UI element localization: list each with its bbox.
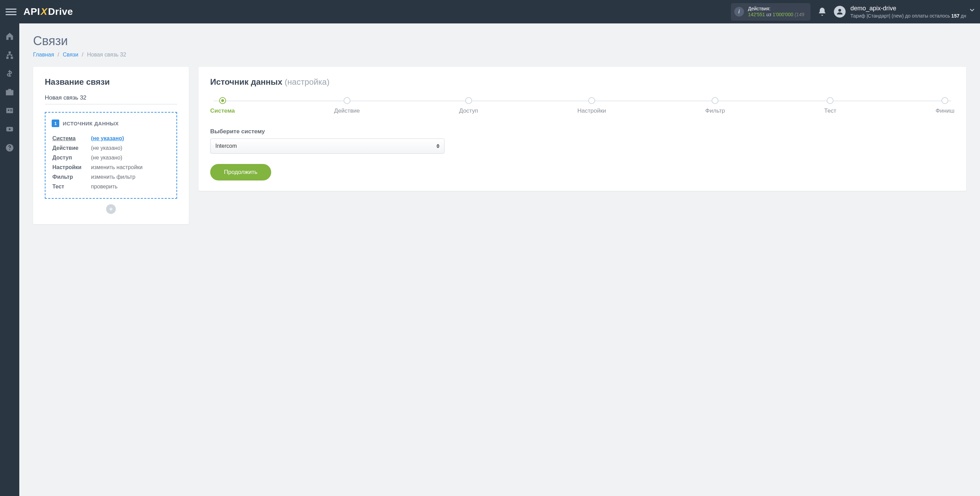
user-menu[interactable]: demo_apix-drive Тариф |Стандарт| (new) д… (834, 5, 966, 19)
source-row-value: изменить настройки (91, 163, 170, 172)
stepper: СистемаДействиеДоступНастройкиФильтрТест… (210, 97, 955, 114)
add-block-button[interactable]: + (106, 204, 116, 214)
crumb-current: Новая связь 32 (87, 52, 126, 57)
step-label: Тест (824, 108, 836, 114)
breadcrumb: Главная / Связи / Новая связь 32 (33, 52, 966, 58)
logo-api: API (24, 6, 40, 17)
connections-icon[interactable] (5, 50, 14, 59)
step-label: Система (210, 108, 235, 114)
card-right-title: Источник данных (настройка) (210, 77, 955, 87)
source-row-key: Настройки (52, 163, 90, 172)
source-row-key: Фильтр (52, 173, 90, 181)
tariff-info: Тариф |Стандарт| (new) до оплаты осталос… (850, 13, 966, 19)
id-card-icon[interactable] (5, 106, 14, 115)
logo[interactable]: APIXDrive (24, 6, 73, 17)
source-row-value: (не указано) (91, 144, 170, 153)
actions-rest: (149 (795, 12, 804, 17)
step-настройки[interactable]: Настройки (577, 97, 606, 114)
step-фильтр[interactable]: Фильтр (705, 97, 725, 114)
source-row[interactable]: Настройкиизменить настройки (52, 163, 170, 172)
step-dot (942, 97, 948, 104)
step-dot (465, 97, 472, 104)
step-dot (219, 97, 226, 104)
step-label: Финиш (935, 108, 955, 114)
source-row[interactable]: Действие(не указано) (52, 144, 170, 153)
select-caret-icon (436, 144, 440, 148)
step-доступ[interactable]: Доступ (459, 97, 478, 114)
crumb-home[interactable]: Главная (33, 52, 54, 57)
source-row[interactable]: Фильтризменить фильтр (52, 173, 170, 181)
source-block-title: ИСТОЧНИК ДАННЫХ (63, 121, 119, 126)
source-row-value: (не указано) (91, 153, 170, 162)
svg-rect-3 (10, 111, 13, 111)
card-source-setup: Источник данных (настройка) СистемаДейст… (199, 67, 966, 191)
home-icon[interactable] (5, 32, 14, 41)
source-row-value: (не указано) (91, 134, 170, 143)
step-dot (711, 97, 719, 104)
source-rows: Система(не указано)Действие(не указано)Д… (52, 133, 170, 192)
menu-toggle[interactable] (5, 6, 16, 17)
step-dot (827, 97, 834, 104)
source-row-key: Действие (52, 144, 90, 153)
step-финиш[interactable]: Финиш (935, 97, 955, 114)
source-block: 1 ИСТОЧНИК ДАННЫХ Система(не указано)Дей… (45, 112, 177, 199)
user-name: demo_apix-drive (850, 5, 966, 13)
actions-label: Действия: (748, 6, 804, 12)
step-label: Настройки (577, 108, 606, 114)
step-dot (588, 97, 595, 104)
source-row[interactable]: Тестпроверить (52, 182, 170, 191)
card-left-title: Название связи (45, 77, 177, 87)
connection-name-input[interactable] (45, 93, 177, 104)
avatar-icon (834, 6, 846, 17)
step-label: Фильтр (705, 108, 725, 114)
logo-x: X (41, 6, 47, 17)
step-label: Действие (334, 108, 360, 114)
notifications-icon[interactable] (817, 7, 827, 16)
info-icon: i (734, 7, 744, 16)
step-тест[interactable]: Тест (824, 97, 836, 114)
help-icon[interactable] (5, 143, 14, 152)
step-система[interactable]: Система (210, 97, 235, 114)
continue-button[interactable]: Продолжить (210, 164, 271, 181)
sidebar (0, 24, 19, 496)
step-label: Доступ (459, 108, 478, 114)
logo-drive: Drive (48, 6, 73, 17)
source-row[interactable]: Доступ(не указано) (52, 153, 170, 162)
system-select-label: Выберите систему (210, 128, 955, 135)
actions-count: 142'551 (748, 12, 765, 17)
briefcase-icon[interactable] (5, 87, 14, 97)
source-row-value: проверить (91, 182, 170, 191)
content: Связи Главная / Связи / Новая связь 32 Н… (19, 24, 980, 496)
actions-limit: 1'000'000 (773, 12, 793, 17)
source-row-key: Доступ (52, 153, 90, 162)
source-row[interactable]: Система(не указано) (52, 134, 170, 143)
svg-point-1 (8, 110, 9, 111)
card-connection-name: Название связи 1 ИСТОЧНИК ДАННЫХ Система… (33, 67, 189, 224)
system-select[interactable]: Intercom (210, 138, 444, 154)
source-badge: 1 (52, 119, 59, 127)
billing-icon[interactable] (5, 69, 14, 78)
actions-counter[interactable]: i Действия: 142'551 из 1'000'000 (149 (731, 3, 810, 21)
chevron-down-icon[interactable] (968, 6, 976, 14)
step-dot (344, 97, 350, 104)
crumb-links[interactable]: Связи (63, 52, 78, 57)
svg-rect-2 (10, 110, 13, 110)
topbar: APIXDrive i Действия: 142'551 из 1'000'0… (0, 0, 980, 24)
source-row-value: изменить фильтр (91, 173, 170, 181)
source-row-key: Система (52, 134, 90, 143)
step-действие[interactable]: Действие (334, 97, 360, 114)
source-row-key: Тест (52, 182, 90, 191)
svg-point-7 (9, 149, 10, 150)
video-icon[interactable] (5, 125, 14, 134)
page-title: Связи (33, 34, 966, 48)
